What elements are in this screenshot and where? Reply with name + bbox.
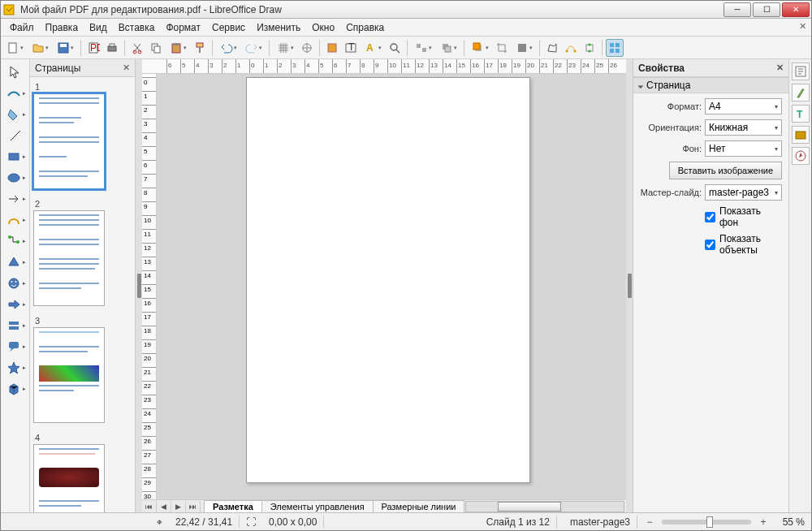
menu-file[interactable]: Файл xyxy=(4,20,40,35)
symbol-shapes-tool[interactable] xyxy=(4,274,27,293)
zoom-value[interactable]: 55 % xyxy=(775,516,808,528)
flowchart-tool[interactable] xyxy=(4,316,27,335)
helplines-button[interactable] xyxy=(298,39,316,57)
menu-insert[interactable]: Вставка xyxy=(113,20,161,35)
format-paint-button[interactable] xyxy=(191,39,209,57)
status-master: master-page3 xyxy=(564,516,637,529)
toggle-pane-button[interactable] xyxy=(606,39,624,57)
print-button[interactable] xyxy=(103,39,121,57)
sidebar-properties-icon[interactable] xyxy=(792,63,810,80)
section-page-header[interactable]: Страница xyxy=(633,77,788,93)
pages-panel-close-icon[interactable]: ✕ xyxy=(123,63,130,73)
canvas-viewport[interactable] xyxy=(157,74,626,499)
rect-tool[interactable] xyxy=(4,147,27,166)
textbox-button[interactable]: T xyxy=(342,39,360,57)
find-button[interactable] xyxy=(386,39,404,57)
menu-format[interactable]: Формат xyxy=(160,20,206,35)
new-doc-button[interactable] xyxy=(2,39,27,57)
line-tool[interactable] xyxy=(4,126,27,145)
zoom-page-button[interactable] xyxy=(323,39,341,57)
doc-close-icon[interactable]: ✕ xyxy=(799,21,806,32)
undo-button[interactable] xyxy=(216,39,240,57)
block-arrows-tool[interactable] xyxy=(4,295,27,314)
cut-button[interactable] xyxy=(128,39,146,57)
sidebar-character-icon[interactable]: T xyxy=(792,105,810,123)
polygon-button[interactable] xyxy=(543,39,561,57)
3d-tool[interactable] xyxy=(4,379,27,399)
right-splitter[interactable] xyxy=(626,59,633,512)
fill-color-tool[interactable] xyxy=(4,105,27,124)
close-button[interactable]: ✕ xyxy=(782,2,810,17)
copy-button[interactable] xyxy=(147,39,165,57)
page-thumb-2[interactable]: 2 xyxy=(33,199,132,306)
basic-shapes-tool[interactable] xyxy=(4,253,27,272)
menu-tools[interactable]: Сервис xyxy=(206,20,251,35)
pages-panel-header: Страницы ✕ xyxy=(30,59,135,77)
connector-tool[interactable] xyxy=(4,231,27,251)
arrow-tool[interactable] xyxy=(4,189,27,209)
page-thumb-3[interactable]: 3 xyxy=(33,316,132,423)
left-splitter[interactable] xyxy=(136,59,142,512)
svg-point-21 xyxy=(391,44,397,50)
grid-button[interactable] xyxy=(273,39,297,57)
tab-layout[interactable]: Разметка xyxy=(204,500,262,512)
last-page-button[interactable]: ⏭ xyxy=(186,501,201,512)
stars-tool[interactable] xyxy=(4,358,27,378)
sidebar-navigator-icon[interactable] xyxy=(792,147,810,165)
shadow-button[interactable] xyxy=(468,39,492,57)
format-select[interactable]: A4 xyxy=(705,98,782,114)
curve-tool[interactable] xyxy=(4,210,27,230)
menu-view[interactable]: Вид xyxy=(84,20,113,35)
show-objects-checkbox[interactable]: Показать объекты xyxy=(705,233,782,256)
save-button[interactable] xyxy=(53,39,77,57)
master-select[interactable]: master-page3 xyxy=(705,184,782,201)
menu-edit[interactable]: Правка xyxy=(40,20,84,35)
menu-window[interactable]: Окно xyxy=(306,20,340,35)
tab-controls[interactable]: Элементы управления xyxy=(261,500,374,512)
export-pdf-button[interactable]: PDF xyxy=(84,39,102,57)
zoom-out-button[interactable]: − xyxy=(644,516,655,528)
ellipse-tool[interactable] xyxy=(4,168,27,188)
redo-button[interactable] xyxy=(241,39,266,57)
prev-page-button[interactable]: ◀ xyxy=(157,501,171,512)
tab-dimensions[interactable]: Размерные линии xyxy=(373,500,465,512)
select-tool[interactable] xyxy=(4,63,27,82)
page-thumb-1[interactable]: 1 xyxy=(33,82,132,189)
orientation-select[interactable]: Книжная xyxy=(705,119,782,136)
horizontal-ruler[interactable]: 6543210123456789101112131415161718192021… xyxy=(142,59,626,74)
page-canvas[interactable] xyxy=(246,77,530,483)
filter-button[interactable] xyxy=(512,39,536,57)
page-thumbnails[interactable]: 1 2 3 4 5 xyxy=(30,77,135,512)
zoom-slider[interactable] xyxy=(662,520,751,525)
show-background-checkbox[interactable]: Показать фон xyxy=(705,205,782,228)
crop-button[interactable] xyxy=(493,39,511,57)
svg-rect-6 xyxy=(108,46,116,51)
align-button[interactable] xyxy=(411,39,435,57)
menu-modify[interactable]: Изменить xyxy=(251,20,306,35)
svg-rect-22 xyxy=(417,44,421,48)
menu-help[interactable]: Справка xyxy=(340,20,390,35)
arrange-button[interactable] xyxy=(436,39,460,57)
callout-tool[interactable] xyxy=(4,337,27,356)
minimize-button[interactable]: ─ xyxy=(723,2,751,17)
zoom-in-button[interactable]: + xyxy=(758,516,769,528)
statusbar: ⌖ 22,42 / 31,41 ⛶ 0,00 x 0,00 Слайд 1 из… xyxy=(1,512,811,530)
glue-points-button[interactable] xyxy=(581,39,598,57)
background-select[interactable]: Нет xyxy=(705,140,782,157)
insert-image-button[interactable]: Вставить изображение xyxy=(669,162,782,179)
sidebar-gallery-icon[interactable] xyxy=(792,126,810,144)
properties-close-icon[interactable]: ✕ xyxy=(776,63,784,73)
open-button[interactable] xyxy=(28,39,52,57)
paste-button[interactable] xyxy=(166,39,190,57)
sidebar-styles-icon[interactable] xyxy=(792,84,810,101)
vertical-ruler[interactable]: 0123456789101112131415161718192021222324… xyxy=(142,74,157,499)
next-page-button[interactable]: ▶ xyxy=(171,501,186,512)
fontwork-button[interactable]: A xyxy=(361,39,385,57)
page-thumb-4[interactable]: 4 xyxy=(33,433,132,512)
first-page-button[interactable]: ⏮ xyxy=(142,501,157,512)
line-color-tool[interactable] xyxy=(4,84,27,103)
maximize-button[interactable]: ☐ xyxy=(753,2,780,17)
horizontal-scrollbar[interactable] xyxy=(465,501,624,512)
edit-points-button[interactable] xyxy=(562,39,580,57)
svg-rect-28 xyxy=(518,44,526,52)
